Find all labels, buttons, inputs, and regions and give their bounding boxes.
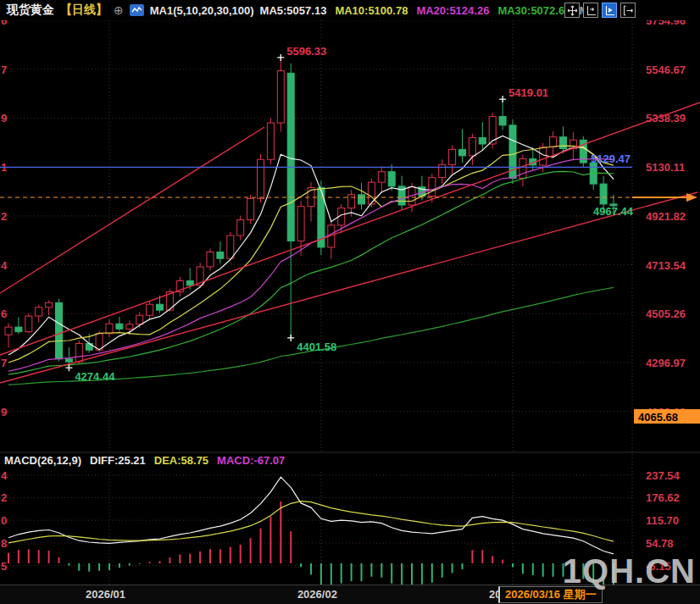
candle-body [227,236,234,258]
kline-style-icon[interactable] [130,4,144,16]
candle-body [560,137,567,149]
time-axis-label: 2026/02 [297,588,337,601]
grid-lines: 5754.9665546.6775338.3995130.1114921.822… [0,14,700,585]
crosshair-marker [287,335,294,341]
candle-body [499,117,506,125]
candle-body [126,324,133,330]
crosshair-marker [277,54,284,61]
candle-body [237,219,244,236]
line-price-label: 5129.47 [591,152,631,165]
candle-body [75,343,82,362]
candle-body [56,302,63,358]
candle-body [550,137,557,147]
price-axis-label-clipped: 6 [1,308,7,320]
trend-line [0,103,700,355]
candle-body [358,195,365,204]
ma-params-label[interactable]: MA1(5,10,20,30,100) [150,4,254,17]
price-axis-label-clipped: 4 [1,259,8,272]
candle-body [106,324,113,334]
candle-body [136,315,143,324]
chart-toolbar [564,3,636,18]
candle-body [297,207,304,241]
candle-body [267,123,274,159]
price-axis-label: 5130.11 [646,161,685,174]
macd-header: MACD(26,12,9) DIFF:25.21 DEA:58.75 MACD:… [4,454,285,467]
candle-body [157,304,164,310]
ma-values-readout: MA5:5057.13MA10:5100.78MA20:5124.26MA30:… [260,4,589,17]
price-axis-label-clipped: 2 [1,210,7,223]
macd-axis-label: 54.78 [646,537,674,550]
candle-body [5,327,12,335]
candle-body [65,359,72,362]
price-arrow-icon [686,193,697,202]
add-indicator-icon[interactable]: ⊕ [114,3,124,17]
macd-dea-value: DEA:58.75 [154,454,208,467]
extreme-price-label: 5419.01 [508,86,548,99]
pan-tool-icon[interactable] [564,3,580,18]
candle-body [15,327,22,332]
last-price-label: 4967.44 [593,205,634,218]
macd-axis-label-clipped: 2 [1,491,7,504]
candle-body [217,252,224,258]
time-axis-label: 2026/01 [86,588,125,601]
extreme-price-label: 4401.58 [297,341,336,353]
candle-body [449,149,456,164]
macd-axis-label: 176.62 [646,491,680,504]
go-to-latest-icon[interactable] [620,3,636,18]
candle-body [186,281,193,285]
extreme-price-label: 4274.44 [75,370,115,383]
candle-body [207,252,214,266]
candle-body [36,308,42,316]
price-axis-label: 4296.97 [646,357,686,369]
candle-body [519,158,526,178]
price-axis-label: 5546.67 [646,64,686,76]
candle-body [287,73,294,241]
candle-body [378,172,385,182]
candle-body [439,164,446,177]
chart-canvas[interactable]: 5754.9665546.6775338.3995130.1114921.822… [0,0,700,604]
watermark: 1QH.CN [563,552,696,590]
candle-body [540,147,547,165]
macd-macd-value: MACD:-67.07 [217,454,285,467]
candle-body [25,316,32,332]
macd-params-label[interactable]: MACD(26,12,9) [4,454,81,467]
candle-body [600,184,607,204]
macd-axis-label: 237.54 [646,469,681,482]
candle-body [247,199,254,220]
crosshair-marker [499,96,506,103]
price-axis-label-clipped: 9 [1,112,7,125]
macd-axis-label-clipped: 5 [1,560,7,573]
macd-diff-value: DIFF:25.21 [90,454,146,467]
macd-axis-label: 115.70 [646,514,679,527]
candle-body [348,195,355,208]
candle-body [277,71,284,124]
macd-axis-label-clipped: 8 [1,537,7,550]
candle-body [469,138,475,156]
macd-axis-label-clipped: 0 [1,514,7,527]
ma-value-label: MA20:5124.26 [416,4,489,17]
axis-price-badge-text: 4065.68 [638,411,678,424]
price-axis-label: 4713.54 [646,259,686,272]
candle-body [429,178,436,197]
candle-body [258,159,264,198]
trading-app-window: 5754.9665546.6775338.3995130.1114921.822… [0,0,700,604]
auto-scroll-icon[interactable] [602,3,617,18]
trend-line [0,192,697,383]
candle-body [388,172,395,186]
candlesticks [5,58,617,368]
extreme-price-label: 5596.33 [286,45,326,58]
ma-value-label: MA5:5057.13 [260,4,327,17]
price-axis-label-clipped: 9 [1,406,7,418]
macd-histogram [8,501,614,590]
ma-value-label: MA30:5072.68 [497,4,570,17]
period-label[interactable]: 【日线】 [60,3,108,18]
candle-body [46,302,53,308]
ma-value-label: MA10:5100.78 [335,4,408,17]
price-axis-label-clipped: 7 [1,64,7,76]
price-axis-label-clipped: 7 [1,357,7,369]
trend-line [0,127,264,293]
candle-body [459,149,466,155]
y-axis-scale-icon[interactable] [583,3,598,18]
price-axis-label: 5338.39 [646,112,686,125]
diff-line [8,477,614,554]
